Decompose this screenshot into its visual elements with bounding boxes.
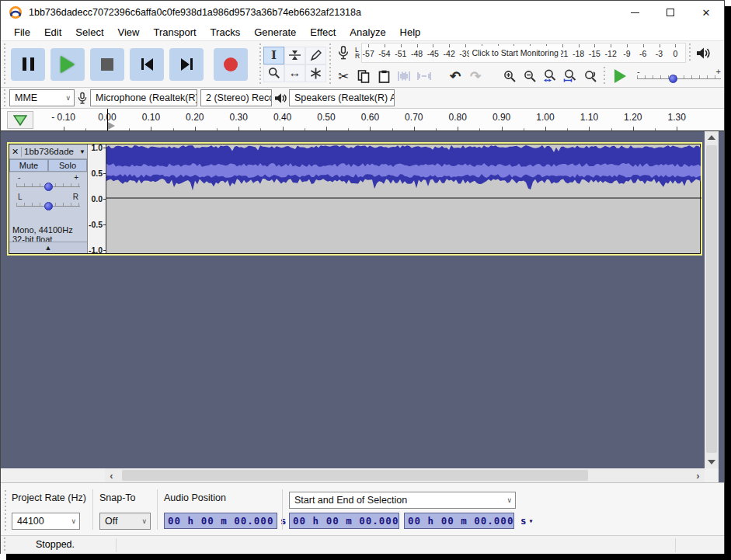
solo-button[interactable]: Solo (48, 159, 87, 172)
maximize-button[interactable] (653, 2, 688, 23)
audio-host-select[interactable]: MME ∨ (9, 89, 75, 106)
pan-slider-thumb[interactable] (44, 202, 53, 210)
magnifier-icon (268, 67, 280, 79)
play-button[interactable] (50, 48, 85, 81)
meter-db-label: -42 (444, 49, 455, 58)
draw-tool-button[interactable] (305, 47, 326, 64)
device-grab-handle[interactable] (2, 89, 7, 106)
track-close-button[interactable]: ✕ (9, 147, 22, 157)
cut-button[interactable]: ✂ (333, 67, 353, 85)
vertical-scroll-thumb[interactable] (706, 145, 717, 453)
menu-help[interactable]: Help (393, 25, 428, 40)
stop-button[interactable] (90, 48, 124, 81)
zoom-toggle-button[interactable] (580, 67, 600, 85)
recording-device-select[interactable]: Microphone (Realtek(R) Au ∨ (90, 89, 197, 106)
redo-button[interactable]: ↷ (465, 67, 486, 85)
meter-db-label: -3 (656, 49, 663, 58)
meter-grab-handle[interactable] (327, 43, 332, 85)
snap-to-select[interactable]: Off ∨ (99, 513, 151, 530)
track-canvas[interactable]: ✕ 1bb736dade ▼ Mute Solo - + (1, 131, 724, 482)
trim-audio-button[interactable] (394, 67, 414, 85)
menu-view[interactable]: View (111, 25, 147, 40)
menu-select[interactable]: Select (68, 25, 110, 40)
skip-to-start-button[interactable] (130, 48, 164, 81)
menu-generate[interactable]: Generate (247, 25, 303, 40)
waveform-display[interactable] (106, 144, 700, 253)
meter-db-label: -57 (363, 49, 374, 58)
scroll-left-button[interactable]: ‹ (105, 468, 118, 482)
fit-selection-button[interactable] (540, 67, 560, 85)
vertical-scrollbar[interactable] (705, 131, 719, 468)
paste-button[interactable] (374, 67, 394, 85)
recording-meter-mic-icon[interactable] (333, 43, 353, 62)
menu-file[interactable]: File (7, 25, 37, 40)
audio-position-field[interactable]: 00 h 00 m 00.000 s ▾ (164, 513, 277, 529)
project-rate-select[interactable]: 44100 ∨ (12, 513, 80, 530)
monitoring-hint[interactable]: Click to Start Monitoring (469, 46, 561, 60)
gain-slider-thumb[interactable] (44, 183, 53, 191)
vertical-ruler[interactable]: 1.00.50.0-0.5-1.0 (88, 144, 106, 253)
recording-meter[interactable]: -57-54-51-48-45-42-39-36-33-30-27-24-21-… (361, 43, 686, 63)
ruler-label: 0.60 (361, 112, 379, 123)
silence-audio-button[interactable] (414, 67, 434, 85)
track-menu-arrow-icon[interactable]: ▼ (79, 148, 87, 155)
play-speed-slider[interactable]: - + (637, 68, 721, 84)
fit-project-icon (563, 69, 577, 83)
timeline-ruler[interactable]: - 0.100.000.100.200.300.400.500.600.700.… (1, 109, 724, 131)
selection-start-field[interactable]: 00 h 00 m 00.000 s ▾ (289, 513, 399, 529)
zoom-in-button[interactable] (500, 67, 520, 85)
menu-effect[interactable]: Effect (303, 25, 343, 40)
playback-device-select[interactable]: Speakers (Realtek(R) Audio) ∨ (289, 89, 395, 106)
ruler-label: 0.30 (230, 112, 248, 123)
pan-slider[interactable]: L R (16, 194, 80, 211)
selection-end-field[interactable]: 00 h 00 m 00.000 s ▾ (404, 513, 514, 529)
close-button[interactable]: ✕ (688, 2, 724, 23)
zoom-tool-button[interactable] (263, 64, 284, 82)
selection-tool-button[interactable]: I (263, 47, 284, 64)
playback-meter-speaker-icon[interactable] (693, 43, 713, 62)
scroll-right-button[interactable]: › (691, 468, 705, 482)
gain-slider[interactable]: - + (16, 175, 80, 192)
time-shift-tool-button[interactable]: ↔ (284, 64, 305, 82)
menu-transport[interactable]: Transport (146, 25, 203, 40)
pause-button[interactable] (11, 48, 45, 81)
fit-project-button[interactable] (560, 67, 580, 85)
track-name[interactable]: 1bb736dade (22, 147, 79, 156)
time-format-caret-icon[interactable]: ▾ (527, 517, 534, 525)
transport-grab-handle[interactable] (2, 43, 7, 85)
multi-tool-button[interactable] (305, 64, 326, 82)
selection-grab-handle[interactable] (2, 490, 8, 532)
quick-play-grip[interactable] (108, 122, 115, 130)
menu-edit[interactable]: Edit (37, 25, 68, 40)
record-button[interactable] (214, 48, 248, 81)
audio-track[interactable]: ✕ 1bb736dade ▼ Mute Solo - + (7, 142, 702, 256)
track-collapse-button[interactable]: ▲ (9, 242, 87, 253)
play-at-speed-button[interactable] (607, 67, 632, 85)
pause-icon (23, 57, 34, 71)
zoom-out-button[interactable] (520, 67, 540, 85)
menu-tracks[interactable]: Tracks (204, 25, 248, 40)
time-ruler-scale[interactable]: - 0.100.000.100.200.300.400.500.600.700.… (1, 109, 704, 130)
selection-mode-select[interactable]: Start and End of Selection ∨ (289, 492, 516, 509)
ruler-tick (151, 127, 151, 130)
zoom-out-icon (524, 70, 537, 83)
selection-toolbar: Project Rate (Hz) 44100 ∨ Snap-To Off ∨ … (1, 482, 724, 535)
pencil-icon (310, 50, 322, 61)
recording-channels-select[interactable]: 2 (Stereo) Recor ∨ (200, 89, 272, 106)
horizontal-scrollbar[interactable]: ‹ › (105, 468, 705, 482)
ruler-tick (326, 127, 327, 130)
mute-button[interactable]: Mute (9, 159, 48, 172)
play-at-speed-grab-handle[interactable] (601, 67, 607, 85)
copy-button[interactable] (353, 67, 374, 85)
scroll-down-button[interactable] (705, 456, 719, 468)
undo-button[interactable]: ↶ (445, 67, 465, 85)
menu-analyze[interactable]: Analyze (343, 25, 392, 40)
minimize-button[interactable] (617, 2, 653, 23)
playback-meter-grab-handle[interactable] (687, 43, 692, 62)
scroll-up-button[interactable] (705, 131, 719, 144)
speed-slider-thumb[interactable] (669, 75, 677, 83)
horizontal-scroll-thumb[interactable] (122, 470, 588, 481)
envelope-tool-button[interactable] (284, 47, 305, 64)
tools-grab-handle[interactable] (257, 43, 263, 85)
skip-to-end-button[interactable] (169, 48, 204, 81)
